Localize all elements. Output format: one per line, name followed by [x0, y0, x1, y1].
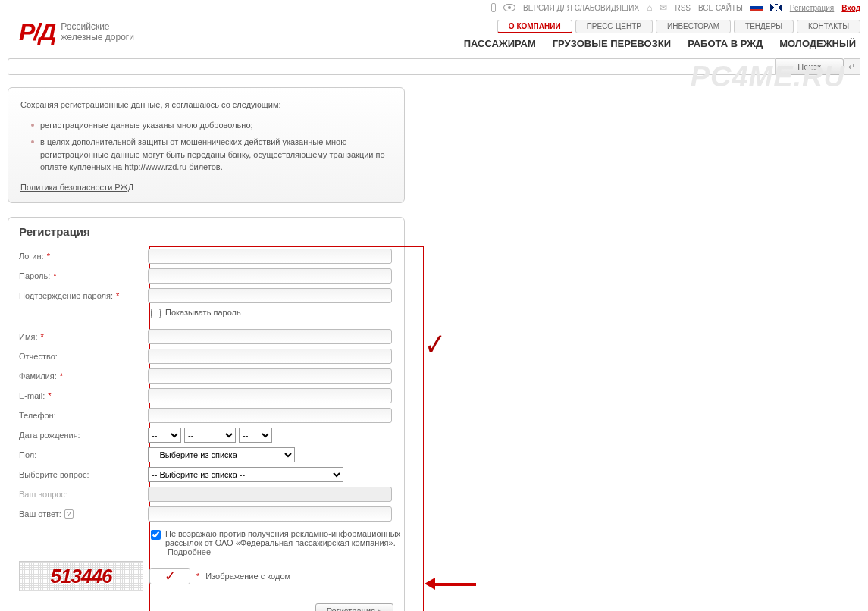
check-icon: ✓: [165, 568, 176, 584]
label-lastname: Фамилия:: [19, 371, 57, 381]
minitab-contacts[interactable]: КОНТАКТЫ: [797, 20, 860, 33]
show-password-checkbox[interactable]: [151, 309, 161, 318]
email-input[interactable]: [148, 388, 392, 403]
label-gender: Пол:: [19, 450, 36, 459]
help-icon[interactable]: ?: [64, 509, 74, 519]
header: P/Д Российские железные дороги О КОМПАНИ…: [8, 15, 860, 55]
password-input[interactable]: [148, 268, 392, 284]
policy-link[interactable]: Политика безопасности РЖД: [20, 183, 133, 192]
consent-item-1: регистрационные данные указаны мною добр…: [31, 119, 392, 132]
eye-icon: [503, 4, 515, 11]
maintab-passengers[interactable]: ПАССАЖИРАМ: [464, 38, 536, 49]
dob-year-select[interactable]: --: [239, 428, 272, 443]
maintab-cargo[interactable]: ГРУЗОВЫЕ ПЕРЕВОЗКИ: [553, 38, 671, 49]
label-dob: Дата рождения:: [19, 431, 80, 440]
your-question-input: [148, 487, 392, 502]
annotation-checkmark: ✓: [425, 326, 446, 363]
annotation-arrow: [425, 578, 478, 590]
label-show-password: Показывать пароль: [165, 308, 241, 317]
label-phone: Телефон:: [19, 411, 56, 420]
logo-text: Российские железные дороги: [61, 21, 134, 43]
consent-item-2: в целях дополнительной защиты от мошенни…: [31, 136, 392, 174]
label-firstname: Имя:: [19, 332, 37, 341]
search-go-icon[interactable]: ↵: [844, 58, 860, 75]
firstname-input[interactable]: [148, 329, 392, 344]
required-mark: *: [47, 252, 50, 261]
minitab-press[interactable]: ПРЕСС-ЦЕНТР: [575, 20, 653, 33]
accessibility-link[interactable]: ВЕРСИЯ ДЛЯ СЛАБОВИДЯЩИХ: [523, 4, 639, 12]
register-link[interactable]: Регистрация: [790, 4, 834, 12]
maintab-jobs[interactable]: РАБОТА В РЖД: [688, 38, 763, 49]
minitab-investors[interactable]: ИНВЕСТОРАМ: [656, 20, 731, 33]
rss-link[interactable]: RSS: [675, 4, 691, 12]
password-confirm-input[interactable]: [148, 288, 392, 303]
all-sites-link[interactable]: ВСЕ САЙТЫ: [698, 4, 743, 12]
home-icon[interactable]: [647, 2, 652, 13]
login-input[interactable]: [148, 249, 392, 264]
flag-en-icon[interactable]: [770, 4, 782, 11]
minitab-about[interactable]: О КОМПАНИИ: [497, 20, 572, 33]
registration-panel: Регистрация Логин:* Пароль:* Подтвержден…: [8, 217, 405, 611]
captcha-image: 513446: [19, 561, 143, 591]
label-your-question: Ваш вопрос:: [19, 490, 67, 499]
maintabs: ПАССАЖИРАМ ГРУЗОВЫЕ ПЕРЕВОЗКИ РАБОТА В Р…: [464, 38, 860, 49]
captcha-input[interactable]: ✓: [149, 568, 190, 584]
your-answer-input[interactable]: [148, 506, 392, 522]
label-captcha: Изображение с кодом: [205, 572, 290, 581]
watermark: PC4ME.RU: [691, 61, 845, 93]
phone-input[interactable]: [148, 408, 392, 423]
label-email: E-mail:: [19, 391, 45, 400]
submit-button[interactable]: Регистрация: [315, 603, 393, 611]
label-select-question: Выберите вопрос:: [19, 470, 89, 479]
maintab-youth[interactable]: МОЛОДЕЖНЫЙ: [779, 38, 856, 49]
logo[interactable]: P/Д Российские железные дороги: [19, 20, 134, 44]
dob-month-select[interactable]: --: [184, 428, 236, 443]
consent-panel: Сохраняя регистрационные данные, я согла…: [8, 87, 405, 203]
dob-day-select[interactable]: --: [148, 428, 181, 443]
consent-intro: Сохраняя регистрационные данные, я согла…: [20, 99, 392, 111]
label-login: Логин:: [19, 252, 44, 261]
label-your-answer: Ваш ответ:: [19, 509, 61, 519]
topbar: ВЕРСИЯ ДЛЯ СЛАБОВИДЯЩИХ RSS ВСЕ САЙТЫ Ре…: [8, 0, 860, 15]
form-title: Регистрация: [19, 225, 393, 238]
mail-icon[interactable]: [660, 2, 667, 13]
patronymic-input[interactable]: [148, 349, 392, 364]
minitab-tenders[interactable]: ТЕНДЕРЫ: [734, 20, 794, 33]
phone-icon: [491, 3, 496, 12]
more-link[interactable]: Подробнее: [168, 547, 211, 556]
minitabs: О КОМПАНИИ ПРЕСС-ЦЕНТР ИНВЕСТОРАМ ТЕНДЕР…: [497, 20, 860, 33]
flag-ru-icon[interactable]: [750, 4, 763, 11]
question-select[interactable]: -- Выберите из списка --: [148, 467, 343, 482]
lastname-input[interactable]: [148, 368, 392, 384]
gender-select[interactable]: -- Выберите из списка --: [148, 447, 295, 462]
label-mailing-consent: Не возражаю против получения рекламно-ин…: [165, 529, 406, 556]
logo-mark: P/Д: [19, 20, 55, 44]
label-password-confirm: Подтверждение пароля:: [19, 291, 113, 300]
search-input[interactable]: [8, 58, 776, 75]
arrow-line: [434, 583, 476, 586]
mailing-consent-checkbox[interactable]: [151, 530, 161, 540]
label-password: Пароль:: [19, 271, 50, 280]
label-patronymic: Отчество:: [19, 352, 58, 361]
login-link[interactable]: Вход: [841, 4, 860, 12]
